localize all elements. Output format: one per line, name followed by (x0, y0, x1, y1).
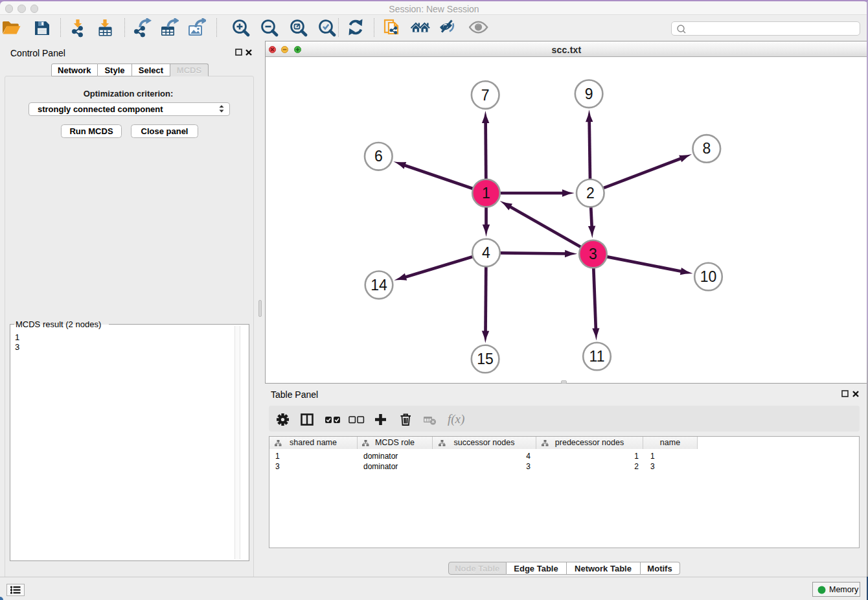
svg-text:10: 10 (700, 268, 717, 285)
svg-text:11: 11 (589, 348, 605, 365)
svg-text:1: 1 (482, 185, 490, 202)
svg-text:4: 4 (482, 244, 490, 261)
svg-text:3: 3 (589, 246, 597, 262)
svg-text:15: 15 (477, 351, 494, 367)
svg-text:7: 7 (481, 87, 490, 104)
svg-text:14: 14 (371, 277, 387, 294)
svg-text:8: 8 (702, 140, 711, 157)
svg-text:6: 6 (374, 148, 383, 165)
svg-text:2: 2 (586, 185, 595, 202)
svg-text:9: 9 (585, 86, 593, 102)
